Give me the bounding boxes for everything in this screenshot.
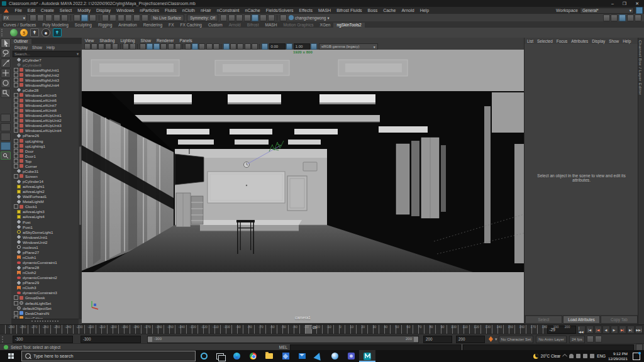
play-backwards-button[interactable]: ◀	[602, 326, 610, 334]
outliner-search-input[interactable]: Search... ▾	[13, 51, 80, 57]
outliner-item[interactable]: GroupDesk	[11, 295, 79, 300]
outliner-item[interactable]: aiAreaLight4	[11, 214, 79, 219]
outliner-item[interactable]: nucleus1	[11, 244, 79, 250]
2d-pan-zoom-icon[interactable]	[123, 43, 129, 50]
task-view-icon[interactable]	[212, 350, 228, 362]
outliner-item[interactable]: upLighting1	[11, 143, 79, 148]
outliner-item[interactable]: dynamicConstraint2	[11, 275, 79, 280]
go-to-end-button[interactable]: ▶▶|	[635, 326, 643, 334]
outliner-item[interactable]: nCloth2	[11, 270, 79, 275]
hypershade-icon[interactable]	[244, 14, 251, 21]
expand-box-icon[interactable]	[14, 108, 18, 112]
chevron-up-icon[interactable]	[562, 353, 567, 358]
shelf-tab-xgen[interactable]: XGen	[317, 23, 334, 28]
camera-attributes-icon[interactable]	[98, 43, 104, 50]
hypershade-panel-icon[interactable]	[611, 14, 618, 21]
menu-select[interactable]: Select	[57, 8, 74, 13]
shelf-tab-bifrost[interactable]: Bifrost	[244, 23, 262, 28]
textured-icon[interactable]	[153, 43, 160, 50]
menu-create[interactable]: Create	[38, 8, 57, 13]
render-view-icon[interactable]	[220, 14, 227, 21]
animation-start-field[interactable]: -300	[13, 336, 73, 343]
safe-action-icon[interactable]	[245, 43, 251, 50]
ae-menu-show[interactable]: Show	[609, 39, 619, 43]
shelf-tab-curves-surfaces[interactable]: Curves / Surfaces	[0, 23, 39, 28]
workspace-reset-icon[interactable]	[636, 7, 643, 14]
image-plane-icon[interactable]	[112, 43, 118, 50]
outliner-item[interactable]: WindowsRightUnit2	[11, 72, 79, 77]
channel-box-tab[interactable]: Channel Box / Layer Editor	[638, 40, 643, 95]
outliner-item[interactable]: WallForhead1	[11, 194, 79, 199]
edge-icon[interactable]	[228, 350, 245, 362]
viewport-menu-panels[interactable]: Panels	[180, 38, 192, 43]
shaded-icon[interactable]	[147, 43, 153, 50]
menu-nparticles[interactable]: nParticles	[137, 8, 162, 13]
menu-cache[interactable]: Cache	[380, 8, 399, 13]
xray-icon[interactable]	[213, 43, 219, 50]
ao-icon[interactable]	[175, 43, 181, 50]
outliner-menu-show[interactable]: Show	[32, 45, 42, 50]
onenote-icon[interactable]	[310, 350, 326, 362]
viewport-canvas[interactable]: 1920 x 800 camera1	[82, 50, 524, 324]
four-pane-layout-button[interactable]	[1, 123, 11, 131]
lasso-tool[interactable]	[1, 48, 11, 58]
expand-box-icon[interactable]	[14, 98, 18, 102]
render-setup-icon[interactable]	[260, 14, 267, 21]
outliner-item[interactable]: Post	[11, 219, 79, 224]
outliner-menu-display[interactable]: Display	[14, 45, 28, 50]
character-set-dropdown[interactable]: No Character Set	[499, 336, 534, 343]
modeling-toolkit-icon[interactable]	[603, 14, 610, 21]
outliner-item[interactable]: dynamicConstraint3	[11, 290, 79, 295]
expand-box-icon[interactable]	[14, 295, 18, 300]
onedrive-icon[interactable]	[569, 354, 574, 358]
outliner-item[interactable]: dynamicConstraint1	[11, 260, 79, 265]
outliner-item[interactable]: pPlane27	[11, 250, 79, 255]
maya-icon[interactable]	[359, 350, 375, 362]
playback-start-field[interactable]: -300	[80, 336, 141, 343]
cortana-icon[interactable]	[196, 350, 212, 362]
start-button[interactable]	[0, 350, 21, 362]
colorspace-dropdown[interactable]: sRGB gamma (legacy) ▾	[319, 43, 378, 50]
viewport-menu-shading[interactable]: Shading	[99, 38, 114, 43]
outliner-menu-help[interactable]: Help	[47, 45, 55, 50]
current-frame-field[interactable]: -29	[547, 326, 576, 334]
view-transform-icon[interactable]	[311, 43, 317, 50]
fps-dropdown[interactable]: 24 fps	[569, 336, 585, 343]
exposure-field[interactable]: 0.00	[269, 43, 286, 50]
ae-menu-focus[interactable]: Focus	[557, 39, 567, 43]
select-tool[interactable]	[1, 38, 11, 48]
ae-menu-display[interactable]: Display	[592, 39, 605, 43]
tool-settings-toggle-icon[interactable]	[627, 14, 634, 21]
gamma-field[interactable]: 1.00	[294, 43, 310, 50]
step-forward-frame-button[interactable]: ▶|	[627, 326, 635, 334]
network-icon[interactable]	[590, 354, 594, 358]
bookmarks-icon[interactable]	[105, 43, 111, 50]
expand-box-icon[interactable]	[14, 118, 18, 123]
outliner-item[interactable]: MetalLightM	[11, 199, 79, 204]
skeleton-tool-icon[interactable]: ✝	[30, 28, 39, 37]
minimize-button[interactable]: –	[611, 1, 614, 6]
dof-icon[interactable]	[199, 43, 205, 50]
outliner-panel-button[interactable]	[1, 151, 11, 160]
menu-ncloth[interactable]: nCloth	[179, 8, 197, 13]
outliner-item[interactable]: aiAreaLight2	[11, 189, 79, 194]
multisample-icon[interactable]	[192, 43, 198, 50]
outliner-item[interactable]: Top	[11, 158, 79, 163]
taskbar-clock[interactable]: 9:12 PM 12/29/2021	[608, 351, 628, 361]
snap-to-view-plane-icon[interactable]	[133, 14, 140, 21]
resolution-gate-icon[interactable]	[223, 43, 230, 50]
expand-box-icon[interactable]	[14, 123, 18, 128]
photos-icon[interactable]	[277, 350, 294, 362]
skype-icon[interactable]	[326, 350, 343, 362]
outliner-item[interactable]: pPlane29	[11, 280, 79, 285]
viewport-menu-show[interactable]: Show	[141, 38, 152, 43]
arnold-renderview-icon[interactable]	[252, 14, 258, 21]
ae-menu-attributes[interactable]: Attributes	[571, 39, 588, 43]
outliner-item[interactable]: WindowsLeftUpUnit4	[11, 128, 79, 133]
symmetry-dropdown[interactable]: Symmetry: Off	[187, 14, 218, 21]
expand-box-icon[interactable]	[14, 93, 18, 97]
ae-menu-list[interactable]: List	[527, 39, 533, 43]
expand-box-icon[interactable]	[14, 159, 18, 163]
attribute-editor-toggle-icon[interactable]	[619, 14, 626, 21]
outliner-tab[interactable]: Outliner	[11, 39, 31, 44]
